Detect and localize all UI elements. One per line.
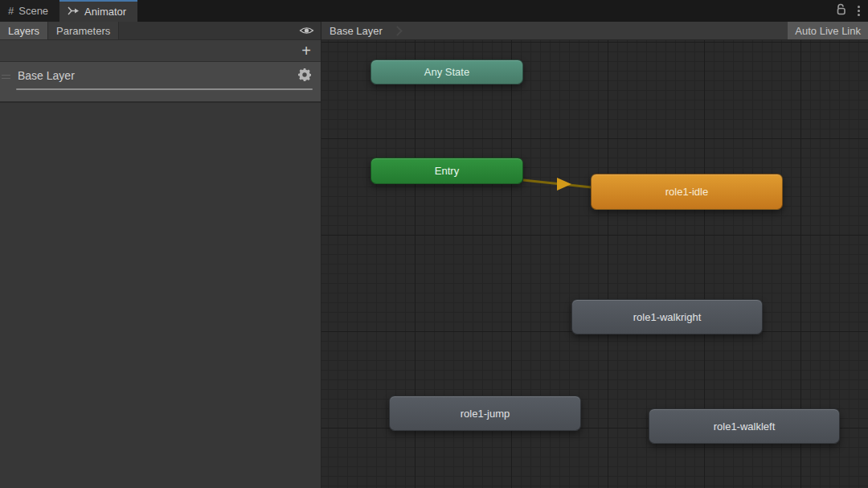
lock-unlocked-icon[interactable] [836,3,846,18]
tab-parameters-label: Parameters [56,25,110,37]
state-node-any-state[interactable]: Any State [371,59,523,84]
window-tab-bar: # Scene Animator [0,0,868,22]
drag-handle-icon[interactable] [2,75,10,81]
layer-list-header: + [0,40,321,62]
layer-weight-slider[interactable] [16,88,313,90]
tab-parameters[interactable]: Parameters [48,22,119,39]
tab-layers[interactable]: Layers [0,22,48,39]
tab-bar-spacer [137,0,836,22]
animator-window: # Scene Animator [0,0,868,488]
layer-name: Base Layer [18,69,75,82]
breadcrumb-item-base-layer[interactable]: Base Layer [321,22,383,39]
state-machine-canvas[interactable]: Base Layer Auto Live Link Any State Entr… [321,22,868,488]
kebab-menu-icon[interactable] [858,6,860,16]
breadcrumb-bar: Base Layer Auto Live Link [321,22,868,40]
grid-icon: # [8,5,14,17]
layer-row-base-layer[interactable]: Base Layer [0,62,321,103]
tab-layers-label: Layers [8,25,39,37]
layers-panel: Layers Parameters + Base Layer [0,22,321,488]
tab-scene-label: Scene [18,5,48,17]
tab-animator[interactable]: Animator [59,0,137,22]
state-node-role1-jump[interactable]: role1-jump [389,396,581,431]
gear-icon[interactable] [298,68,311,84]
animator-icon [68,6,80,18]
tab-animator-label: Animator [84,6,126,18]
add-layer-button[interactable]: + [301,43,311,59]
state-node-role1-walkright[interactable]: role1-walkright [571,299,763,334]
state-node-entry[interactable]: Entry [371,158,523,184]
state-node-role1-walkleft[interactable]: role1-walkleft [649,408,840,444]
eye-icon[interactable] [299,22,321,39]
auto-live-link-button[interactable]: Auto Live Link [788,22,868,39]
state-node-role1-idle[interactable]: role1-idle [591,174,783,210]
panel-tab-bar: Layers Parameters [0,22,321,40]
layer-list-empty-area[interactable] [0,103,321,488]
tab-scene[interactable]: # Scene [0,0,59,22]
